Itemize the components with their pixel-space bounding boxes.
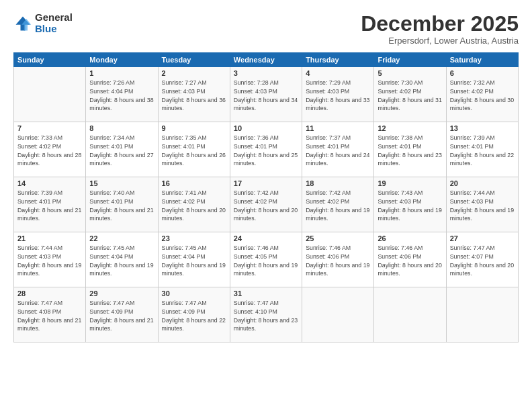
day-info: Sunrise: 7:33 AMSunset: 4:02 PMDaylight:… bbox=[17, 134, 82, 168]
day-number: 12 bbox=[378, 124, 442, 132]
calendar-cell: 18Sunrise: 7:42 AMSunset: 4:02 PMDayligh… bbox=[302, 177, 374, 232]
day-info: Sunrise: 7:32 AMSunset: 4:02 PMDaylight:… bbox=[450, 79, 515, 113]
day-info: Sunrise: 7:39 AMSunset: 4:01 PMDaylight:… bbox=[450, 134, 515, 168]
day-number: 10 bbox=[234, 124, 298, 132]
calendar-cell: 20Sunrise: 7:44 AMSunset: 4:03 PMDayligh… bbox=[446, 177, 518, 232]
day-number: 25 bbox=[306, 234, 370, 242]
calendar-cell: 30Sunrise: 7:47 AMSunset: 4:09 PMDayligh… bbox=[158, 287, 230, 342]
calendar-cell: 16Sunrise: 7:41 AMSunset: 4:02 PMDayligh… bbox=[158, 177, 230, 232]
day-number: 17 bbox=[234, 179, 298, 187]
day-info: Sunrise: 7:44 AMSunset: 4:03 PMDaylight:… bbox=[17, 244, 82, 278]
header: General Blue December 2025 Erpersdorf, L… bbox=[13, 12, 519, 46]
day-number: 23 bbox=[162, 234, 226, 242]
day-info: Sunrise: 7:46 AMSunset: 4:05 PMDaylight:… bbox=[234, 244, 298, 278]
day-number: 14 bbox=[17, 179, 82, 187]
weekday-header-wednesday: Wednesday bbox=[230, 53, 302, 67]
day-info: Sunrise: 7:46 AMSunset: 4:06 PMDaylight:… bbox=[306, 244, 370, 278]
calendar-cell: 3Sunrise: 7:28 AMSunset: 4:03 PMDaylight… bbox=[230, 67, 302, 122]
calendar-cell: 15Sunrise: 7:40 AMSunset: 4:01 PMDayligh… bbox=[86, 177, 158, 232]
day-info: Sunrise: 7:34 AMSunset: 4:01 PMDaylight:… bbox=[89, 134, 154, 168]
day-number: 6 bbox=[450, 69, 515, 77]
day-number: 4 bbox=[306, 69, 370, 77]
day-number: 19 bbox=[378, 179, 442, 187]
calendar-cell: 5Sunrise: 7:30 AMSunset: 4:02 PMDaylight… bbox=[374, 67, 446, 122]
calendar-cell bbox=[302, 287, 374, 342]
day-number: 8 bbox=[89, 124, 154, 132]
day-info: Sunrise: 7:26 AMSunset: 4:04 PMDaylight:… bbox=[89, 79, 154, 113]
day-info: Sunrise: 7:42 AMSunset: 4:02 PMDaylight:… bbox=[234, 189, 298, 223]
day-number: 22 bbox=[89, 234, 154, 242]
page: General Blue December 2025 Erpersdorf, L… bbox=[0, 0, 532, 411]
calendar-cell: 11Sunrise: 7:37 AMSunset: 4:01 PMDayligh… bbox=[302, 122, 374, 177]
day-info: Sunrise: 7:46 AMSunset: 4:06 PMDaylight:… bbox=[378, 244, 442, 278]
day-number: 5 bbox=[378, 69, 442, 77]
calendar-cell: 26Sunrise: 7:46 AMSunset: 4:06 PMDayligh… bbox=[374, 232, 446, 287]
day-number: 27 bbox=[450, 234, 515, 242]
day-number: 31 bbox=[234, 289, 298, 298]
day-number: 3 bbox=[234, 69, 298, 77]
day-info: Sunrise: 7:47 AMSunset: 4:08 PMDaylight:… bbox=[17, 299, 82, 333]
day-info: Sunrise: 7:28 AMSunset: 4:03 PMDaylight:… bbox=[234, 79, 298, 113]
calendar-cell: 23Sunrise: 7:45 AMSunset: 4:04 PMDayligh… bbox=[158, 232, 230, 287]
calendar-cell: 28Sunrise: 7:47 AMSunset: 4:08 PMDayligh… bbox=[14, 287, 86, 342]
calendar-cell: 6Sunrise: 7:32 AMSunset: 4:02 PMDaylight… bbox=[446, 67, 518, 122]
day-info: Sunrise: 7:27 AMSunset: 4:03 PMDaylight:… bbox=[162, 79, 226, 113]
calendar-cell: 2Sunrise: 7:27 AMSunset: 4:03 PMDaylight… bbox=[158, 67, 230, 122]
logo-icon bbox=[13, 14, 32, 33]
weekday-header-row: SundayMondayTuesdayWednesdayThursdayFrid… bbox=[14, 53, 519, 67]
calendar-cell: 14Sunrise: 7:39 AMSunset: 4:01 PMDayligh… bbox=[14, 177, 86, 232]
calendar-cell: 9Sunrise: 7:35 AMSunset: 4:01 PMDaylight… bbox=[158, 122, 230, 177]
day-info: Sunrise: 7:45 AMSunset: 4:04 PMDaylight:… bbox=[89, 244, 154, 278]
day-number: 29 bbox=[89, 289, 154, 298]
day-number: 21 bbox=[17, 234, 82, 242]
day-number: 9 bbox=[162, 124, 226, 132]
day-info: Sunrise: 7:45 AMSunset: 4:04 PMDaylight:… bbox=[162, 244, 226, 278]
calendar-cell: 29Sunrise: 7:47 AMSunset: 4:09 PMDayligh… bbox=[86, 287, 158, 342]
calendar-cell: 22Sunrise: 7:45 AMSunset: 4:04 PMDayligh… bbox=[86, 232, 158, 287]
calendar-cell: 12Sunrise: 7:38 AMSunset: 4:01 PMDayligh… bbox=[374, 122, 446, 177]
day-number: 18 bbox=[306, 179, 370, 187]
week-row-2: 7Sunrise: 7:33 AMSunset: 4:02 PMDaylight… bbox=[14, 122, 519, 177]
weekday-header-friday: Friday bbox=[374, 53, 446, 67]
day-info: Sunrise: 7:47 AMSunset: 4:07 PMDaylight:… bbox=[450, 244, 515, 278]
calendar-cell: 1Sunrise: 7:26 AMSunset: 4:04 PMDaylight… bbox=[86, 67, 158, 122]
weekday-header-thursday: Thursday bbox=[302, 53, 374, 67]
calendar-cell: 25Sunrise: 7:46 AMSunset: 4:06 PMDayligh… bbox=[302, 232, 374, 287]
day-info: Sunrise: 7:37 AMSunset: 4:01 PMDaylight:… bbox=[306, 134, 370, 168]
logo-general-text: General bbox=[35, 12, 73, 24]
calendar-cell: 13Sunrise: 7:39 AMSunset: 4:01 PMDayligh… bbox=[446, 122, 518, 177]
day-number: 24 bbox=[234, 234, 298, 242]
calendar-cell bbox=[446, 287, 518, 342]
day-info: Sunrise: 7:47 AMSunset: 4:09 PMDaylight:… bbox=[162, 299, 226, 333]
day-number: 1 bbox=[89, 69, 154, 77]
day-number: 28 bbox=[17, 289, 82, 298]
calendar-cell: 17Sunrise: 7:42 AMSunset: 4:02 PMDayligh… bbox=[230, 177, 302, 232]
day-info: Sunrise: 7:38 AMSunset: 4:01 PMDaylight:… bbox=[378, 134, 442, 168]
title-block: December 2025 Erpersdorf, Lower Austria,… bbox=[361, 12, 519, 46]
day-info: Sunrise: 7:47 AMSunset: 4:09 PMDaylight:… bbox=[89, 299, 154, 333]
day-info: Sunrise: 7:44 AMSunset: 4:03 PMDaylight:… bbox=[450, 189, 515, 223]
calendar-cell: 10Sunrise: 7:36 AMSunset: 4:01 PMDayligh… bbox=[230, 122, 302, 177]
calendar-cell bbox=[374, 287, 446, 342]
day-info: Sunrise: 7:42 AMSunset: 4:02 PMDaylight:… bbox=[306, 189, 370, 223]
logo: General Blue bbox=[13, 12, 73, 34]
week-row-3: 14Sunrise: 7:39 AMSunset: 4:01 PMDayligh… bbox=[14, 177, 519, 232]
calendar-cell bbox=[14, 67, 86, 122]
calendar-cell: 31Sunrise: 7:47 AMSunset: 4:10 PMDayligh… bbox=[230, 287, 302, 342]
day-info: Sunrise: 7:39 AMSunset: 4:01 PMDaylight:… bbox=[17, 189, 82, 223]
calendar-table: SundayMondayTuesdayWednesdayThursdayFrid… bbox=[13, 52, 519, 342]
day-number: 26 bbox=[378, 234, 442, 242]
day-info: Sunrise: 7:40 AMSunset: 4:01 PMDaylight:… bbox=[89, 189, 154, 223]
day-number: 2 bbox=[162, 69, 226, 77]
day-number: 30 bbox=[162, 289, 226, 298]
logo-blue-text: Blue bbox=[35, 24, 73, 35]
day-info: Sunrise: 7:36 AMSunset: 4:01 PMDaylight:… bbox=[234, 134, 298, 168]
day-number: 13 bbox=[450, 124, 515, 132]
month-title: December 2025 bbox=[361, 12, 519, 36]
calendar-cell: 8Sunrise: 7:34 AMSunset: 4:01 PMDaylight… bbox=[86, 122, 158, 177]
location: Erpersdorf, Lower Austria, Austria bbox=[361, 36, 519, 46]
day-number: 16 bbox=[162, 179, 226, 187]
day-number: 7 bbox=[17, 124, 82, 132]
day-info: Sunrise: 7:29 AMSunset: 4:03 PMDaylight:… bbox=[306, 79, 370, 113]
calendar-cell: 27Sunrise: 7:47 AMSunset: 4:07 PMDayligh… bbox=[446, 232, 518, 287]
